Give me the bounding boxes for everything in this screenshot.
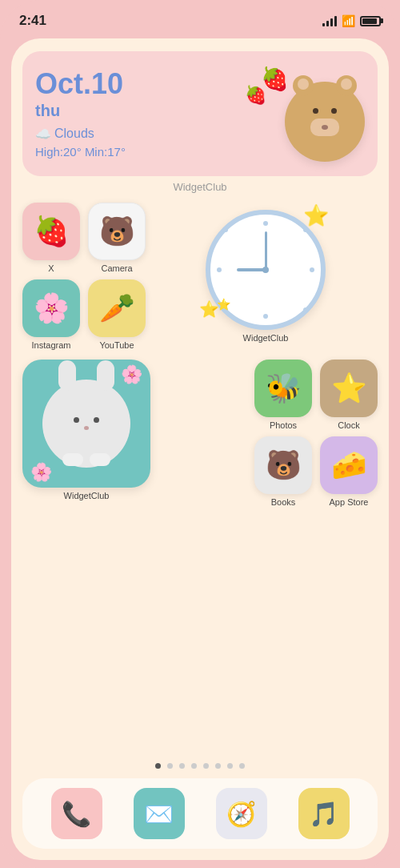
dock-mail[interactable]: ✉️ (134, 788, 185, 839)
app-row-1: 🍓 X 🌸 Instagram 🐻 Camera (22, 203, 378, 350)
page-dot-4[interactable] (191, 763, 197, 769)
status-icons: 📶 (322, 14, 381, 27)
dock: 📞 ✉️ 🧭 🎵 (22, 778, 378, 849)
status-bar: 2:41 📶 (0, 0, 400, 35)
home-screen: Oct.10 thu ☁️ Clouds High:20° Min:17° 🍓 … (11, 38, 389, 860)
weather-condition: ☁️ Clouds (35, 127, 126, 142)
left-apps-col2: 🐻 Camera 🥕 YouTube (88, 203, 146, 350)
app-youtube[interactable]: 🥕 YouTube (88, 279, 146, 350)
app-clock[interactable]: ⭐ Clock (320, 360, 378, 430)
appstore-label: App Store (330, 497, 369, 507)
safari-icon: 🧭 (216, 788, 267, 839)
weather-illustration: 🍓 🍓 (237, 66, 365, 162)
photos-label: Photos (270, 420, 297, 430)
widgetclub2-label: WidgetClub (243, 333, 289, 343)
dock-safari[interactable]: 🧭 (216, 788, 267, 839)
weather-day: thu (35, 102, 126, 120)
clock-widget-container[interactable]: ⭐ ⭐ ⭐ (154, 210, 378, 343)
dock-music[interactable]: 🎵 (298, 788, 350, 839)
right-apps-grid: 🐝 Photos ⭐ Clock 🐻 Books (158, 360, 378, 507)
phone-frame: 2:41 📶 Oct.10 thu ☁️ Clouds (0, 0, 400, 868)
clock-label: Clock (338, 420, 360, 430)
bear-illustration (285, 82, 365, 162)
app-books[interactable]: 🐻 Books (254, 436, 312, 507)
clock-icon: ⭐ (320, 360, 378, 417)
app-photos[interactable]: 🐝 Photos (254, 360, 312, 430)
weather-date: Oct.10 (35, 70, 126, 98)
instagram-icon: 🌸 (22, 279, 80, 337)
bunny-widget-container[interactable]: 🌸 🌸 (22, 360, 150, 500)
weather-temp: High:20° Min:17° (35, 145, 126, 159)
page-dot-8[interactable] (239, 763, 245, 769)
photos-icon: 🐝 (254, 360, 312, 417)
page-dot-7[interactable] (227, 763, 233, 769)
left-apps-col1: 🍓 X 🌸 Instagram (22, 203, 80, 350)
appstore-icon: 🧀 (320, 436, 378, 494)
x-label: X (48, 263, 54, 273)
widgetclub3-label: WidgetClub (64, 491, 110, 500)
strawberry-icon2: 🍓 (245, 85, 266, 106)
page-dots (22, 763, 378, 769)
star-icon1: ⭐ (303, 203, 329, 228)
page-dot-5[interactable] (203, 763, 209, 769)
page-dot-3[interactable] (179, 763, 185, 769)
wifi-icon: 📶 (342, 14, 355, 27)
clock-minute-hand (265, 231, 267, 270)
dock-phone[interactable]: 📞 (51, 788, 102, 839)
clock-widget: ⭐ ⭐ ⭐ (206, 210, 326, 330)
battery-icon (360, 16, 381, 26)
camera-icon: 🐻 (88, 203, 146, 260)
page-dot-1[interactable] (155, 763, 161, 769)
app-x[interactable]: 🍓 X (22, 203, 80, 273)
app-camera[interactable]: 🐻 Camera (88, 203, 146, 273)
app-instagram[interactable]: 🌸 Instagram (22, 279, 80, 350)
camera-label: Camera (101, 263, 132, 273)
app-appstore[interactable]: 🧀 App Store (320, 436, 378, 507)
clock-hour-hand (237, 268, 266, 271)
mail-icon: ✉️ (134, 788, 185, 839)
music-icon: 🎵 (298, 788, 350, 839)
status-time: 2:41 (19, 13, 46, 29)
youtube-icon: 🥕 (88, 279, 146, 337)
instagram-label: Instagram (32, 340, 71, 350)
weather-info: Oct.10 thu ☁️ Clouds High:20° Min:17° (35, 70, 126, 159)
right-row-2: 🐻 Books 🧀 App Store (158, 436, 378, 507)
books-icon: 🐻 (254, 436, 312, 494)
page-dot-6[interactable] (215, 763, 221, 769)
right-row-1: 🐝 Photos ⭐ Clock (158, 360, 378, 430)
signal-icon (322, 15, 337, 26)
flower-icon2: 🌸 (30, 462, 52, 483)
bunny-widget: 🌸 🌸 (22, 360, 150, 488)
weather-widget[interactable]: Oct.10 thu ☁️ Clouds High:20° Min:17° 🍓 … (22, 51, 378, 176)
youtube-label: YouTube (99, 340, 134, 350)
phone-icon: 📞 (51, 788, 102, 839)
bunny-illustration (42, 380, 130, 468)
books-label: Books (271, 497, 296, 507)
app-section: 🍓 X 🌸 Instagram 🐻 Camera (22, 203, 378, 507)
star-icon3: ⭐ (217, 298, 230, 311)
page-dot-2[interactable] (167, 763, 173, 769)
widgetclub-label: WidgetClub (22, 181, 378, 193)
clock-center-dot (262, 267, 269, 273)
flower-icon1: 🌸 (121, 364, 142, 385)
app-row-2: 🌸 🌸 (22, 360, 378, 507)
bottom-section: 📞 ✉️ 🧭 🎵 (22, 763, 378, 849)
x-icon: 🍓 (22, 203, 80, 260)
